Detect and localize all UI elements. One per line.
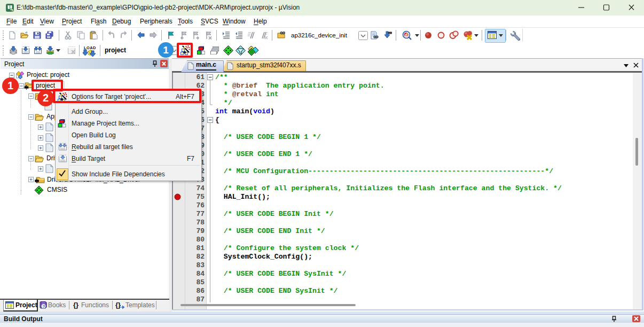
svg-text:d: d bbox=[405, 33, 408, 38]
svg-text:?: ? bbox=[43, 304, 45, 309]
